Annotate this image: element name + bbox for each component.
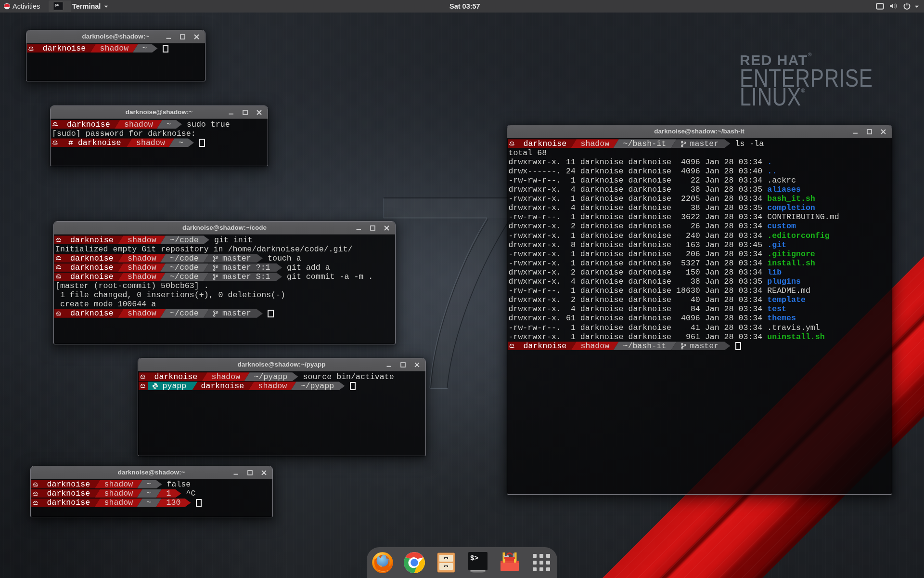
svg-text:$>: $> (470, 554, 478, 562)
svg-text:$>: $> (54, 3, 59, 7)
